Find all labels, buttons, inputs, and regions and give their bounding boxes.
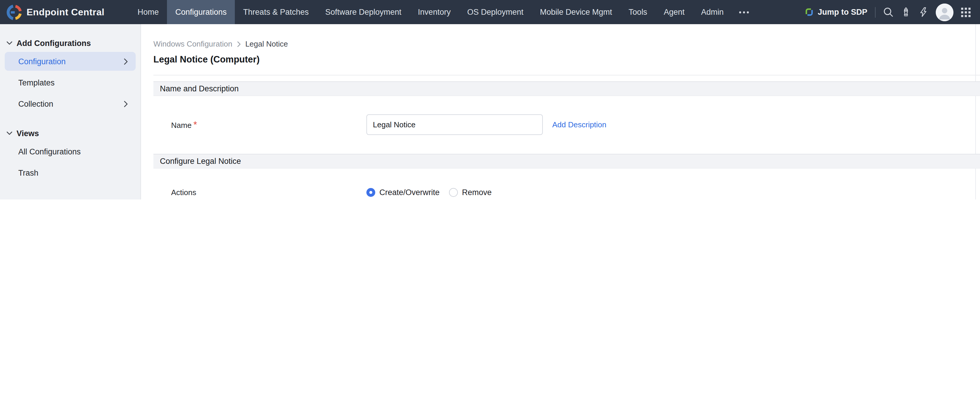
sidebar-item-label: All Configurations bbox=[18, 147, 81, 156]
radio-remove[interactable] bbox=[449, 188, 458, 196]
name-input[interactable] bbox=[366, 114, 543, 135]
endpoint-central-logo-icon bbox=[6, 5, 22, 20]
sidebar-group-header-add-configurations[interactable]: Add Configurations bbox=[0, 38, 140, 48]
sidebar-item-collection[interactable]: Collection bbox=[5, 94, 136, 113]
nav-home[interactable]: Home bbox=[129, 0, 167, 24]
sidebar-group-label: Reports bbox=[16, 198, 47, 200]
sidebar-item-templates[interactable]: Templates bbox=[5, 73, 136, 92]
topbar-right: Jump to SDP bbox=[805, 0, 970, 24]
jump-to-sdp-button[interactable]: Jump to SDP bbox=[805, 8, 867, 16]
sidebar-item-label: Configuration bbox=[18, 57, 66, 66]
jump-to-sdp-label: Jump to SDP bbox=[818, 8, 867, 16]
apps-grid-icon[interactable] bbox=[961, 7, 970, 17]
rocket-icon[interactable] bbox=[901, 7, 911, 17]
nav-admin[interactable]: Admin bbox=[693, 0, 732, 24]
required-asterisk: * bbox=[193, 119, 197, 129]
actions-row: Actions Create/Overwrite Remove bbox=[153, 187, 980, 198]
sidebar-item-trash[interactable]: Trash bbox=[5, 163, 136, 182]
breadcrumb-windows-configuration[interactable]: Windows Configuration bbox=[153, 40, 232, 48]
sidebar-group-add-configurations: Add Configurations Configuration Templat… bbox=[0, 38, 140, 113]
lightning-icon[interactable] bbox=[919, 7, 928, 17]
jump-to-sdp-icon bbox=[805, 8, 814, 16]
nav-mobile-device-mgmt[interactable]: Mobile Device Mgmt bbox=[531, 0, 620, 24]
sidebar-group-header-views[interactable]: Views bbox=[0, 128, 140, 138]
nav-more-icon[interactable] bbox=[732, 0, 757, 24]
sidebar-item-label: Templates bbox=[18, 78, 54, 87]
search-icon[interactable] bbox=[883, 7, 893, 17]
breadcrumb-chevron-icon bbox=[237, 41, 240, 47]
nav-os-deployment[interactable]: OS Deployment bbox=[459, 0, 532, 24]
sidebar-item-label: Trash bbox=[18, 168, 38, 177]
actions-label: Actions bbox=[171, 188, 196, 197]
sidebar-item-all-configurations[interactable]: All Configurations bbox=[5, 142, 136, 161]
section-title: Configure Legal Notice bbox=[160, 157, 241, 166]
page-title: Legal Notice (Computer) bbox=[153, 54, 980, 66]
nav-threats-patches[interactable]: Threats & Patches bbox=[235, 0, 317, 24]
radio-create-overwrite[interactable] bbox=[366, 188, 375, 196]
add-description-link[interactable]: Add Description bbox=[552, 120, 606, 129]
title-divider bbox=[153, 75, 980, 76]
section-configure-legal-notice: Configure Legal Notice bbox=[153, 154, 980, 169]
radio-remove-label[interactable]: Remove bbox=[462, 188, 492, 196]
main-content: Windows Configuration Legal Notice Legal… bbox=[141, 24, 980, 200]
sidebar-item-configuration[interactable]: Configuration bbox=[5, 52, 136, 71]
name-label: Name bbox=[171, 120, 191, 129]
sidebar-group-reports: Reports USB Reports Configuration Report… bbox=[0, 197, 140, 200]
topbar-divider bbox=[875, 7, 875, 17]
chevron-down-icon bbox=[6, 131, 13, 135]
main-nav: Home Configurations Threats & Patches So… bbox=[129, 0, 757, 24]
chevron-right-icon bbox=[124, 101, 128, 107]
name-row: Name* Add Description bbox=[153, 114, 980, 135]
top-navigation-bar: Endpoint Central Home Configurations Thr… bbox=[0, 0, 980, 24]
chevron-down-icon bbox=[6, 41, 13, 45]
brand[interactable]: Endpoint Central bbox=[6, 0, 105, 24]
nav-software-deployment[interactable]: Software Deployment bbox=[317, 0, 409, 24]
nav-configurations[interactable]: Configurations bbox=[167, 0, 235, 24]
brand-name: Endpoint Central bbox=[27, 7, 105, 17]
endpoint-central-window: Endpoint Central Home Configurations Thr… bbox=[0, 0, 980, 200]
nav-agent[interactable]: Agent bbox=[655, 0, 693, 24]
breadcrumb: Windows Configuration Legal Notice bbox=[153, 39, 980, 49]
section-name-description: Name and Description bbox=[153, 81, 980, 96]
sidebar-group-views: Views All Configurations Trash bbox=[0, 128, 140, 182]
sidebar-group-label: Add Configurations bbox=[16, 39, 91, 48]
sidebar-group-header-reports[interactable]: Reports bbox=[0, 197, 140, 200]
radio-create-overwrite-label[interactable]: Create/Overwrite bbox=[379, 188, 439, 196]
content-right-edge bbox=[975, 24, 976, 200]
sidebar: Add Configurations Configuration Templat… bbox=[0, 24, 141, 200]
sidebar-item-label: Collection bbox=[18, 99, 53, 108]
chevron-right-icon bbox=[124, 59, 128, 65]
actions-radio-group: Create/Overwrite Remove bbox=[366, 188, 492, 196]
breadcrumb-legal-notice: Legal Notice bbox=[245, 40, 288, 48]
section-title: Name and Description bbox=[160, 84, 239, 93]
sidebar-group-label: Views bbox=[16, 129, 39, 138]
nav-inventory[interactable]: Inventory bbox=[410, 0, 459, 24]
nav-tools[interactable]: Tools bbox=[620, 0, 655, 24]
avatar[interactable] bbox=[936, 3, 953, 21]
